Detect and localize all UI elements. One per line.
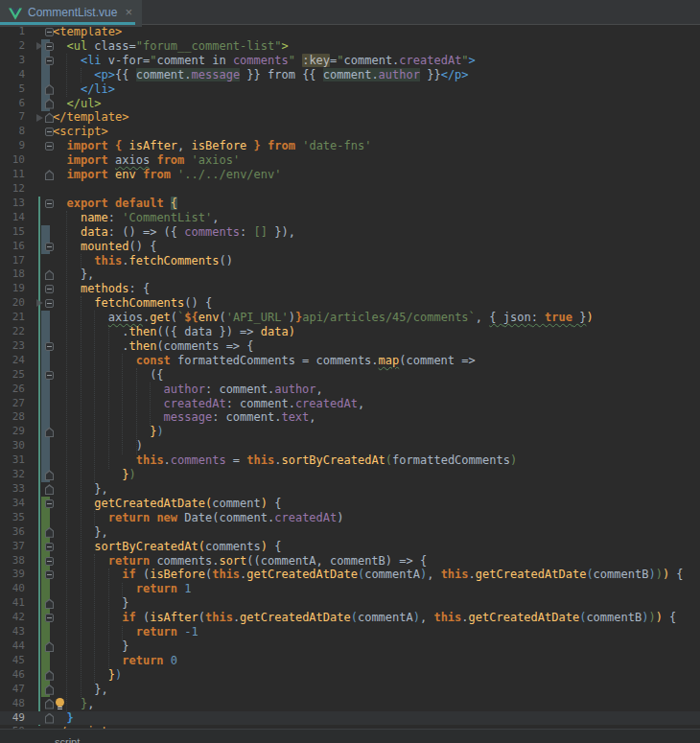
code-line[interactable]: 41 } [0, 596, 700, 611]
line-number[interactable]: 49 [0, 711, 25, 726]
line-number[interactable]: 41 [0, 596, 25, 611]
code-line[interactable]: 43 return -1 [0, 625, 700, 639]
fold-zone[interactable] [25, 525, 53, 540]
fold-zone[interactable] [25, 468, 53, 482]
line-number[interactable]: 1 [0, 25, 25, 39]
fold-collapse-icon[interactable] [45, 570, 54, 579]
line-number[interactable]: 42 [0, 611, 25, 625]
code-line[interactable]: 28 message: comment.text, [0, 410, 700, 425]
fold-zone[interactable] [25, 711, 53, 726]
line-number[interactable]: 47 [0, 683, 25, 697]
fold-end-icon[interactable] [45, 484, 54, 495]
code-line[interactable]: 8<script> [0, 125, 700, 139]
code-line[interactable]: 20 fetchComments() { [0, 296, 700, 311]
code-line[interactable]: 23 .then(comments => { [0, 339, 700, 354]
code-line[interactable]: 33 }, [0, 482, 700, 497]
fold-end-icon[interactable] [45, 170, 54, 180]
fold-zone[interactable] [25, 683, 53, 697]
line-number[interactable]: 30 [0, 439, 25, 453]
breadcrumb-script[interactable]: script [55, 736, 80, 743]
fold-zone[interactable] [25, 554, 53, 569]
line-number[interactable]: 37 [0, 540, 25, 554]
line-number[interactable]: 13 [0, 197, 25, 211]
fold-zone[interactable] [25, 596, 53, 611]
code-line[interactable]: 1<template> [0, 25, 700, 39]
line-number[interactable]: 32 [0, 468, 25, 482]
line-number[interactable]: 25 [0, 368, 25, 383]
line-number[interactable]: 18 [0, 267, 25, 282]
code-line[interactable]: 25 ({ [0, 368, 700, 383]
fold-end-icon[interactable] [45, 269, 54, 280]
tab-close-icon[interactable]: × [125, 8, 132, 17]
code-line[interactable]: 22 .then(({ data }) => data) [0, 325, 700, 339]
fold-zone[interactable] [25, 39, 53, 54]
fold-collapse-icon[interactable] [45, 199, 54, 208]
code-line[interactable]: 49 } [0, 711, 700, 726]
intention-bulb-icon[interactable] [56, 698, 65, 709]
code-line[interactable]: 36 }, [0, 525, 700, 540]
fold-zone[interactable] [25, 82, 53, 97]
fold-collapse-icon[interactable] [45, 42, 54, 51]
code-line[interactable]: 39 if (isBefore(this.getCreatedAtDate(co… [0, 568, 700, 582]
line-number[interactable]: 45 [0, 654, 25, 668]
fold-zone[interactable] [25, 240, 53, 254]
line-number[interactable]: 26 [0, 383, 25, 397]
line-number[interactable]: 3 [0, 54, 25, 68]
code-line[interactable]: 29 }) [0, 425, 700, 439]
fold-collapse-icon[interactable] [45, 342, 54, 351]
line-number[interactable]: 27 [0, 397, 25, 411]
code-line[interactable]: 3 <li v-for="comment in comments" :key="… [0, 54, 700, 68]
line-number[interactable]: 48 [0, 697, 25, 711]
fold-end-icon[interactable] [45, 685, 54, 695]
fold-collapse-icon[interactable] [45, 285, 54, 293]
code-line[interactable]: 16 mounted() { [0, 240, 700, 254]
code-line[interactable]: 21 axios.get(`${env('API_URL')}api/artic… [0, 311, 700, 325]
line-number[interactable]: 20 [0, 296, 25, 311]
fold-collapse-icon[interactable] [45, 243, 54, 251]
line-number[interactable]: 36 [0, 525, 25, 540]
code-line[interactable]: 9 import { isAfter, isBefore } from 'dat… [0, 139, 700, 153]
code-line[interactable]: 2 <ul class="forum__comment-list"> [0, 39, 700, 54]
fold-end-icon[interactable] [45, 99, 54, 109]
fold-collapse-icon[interactable] [45, 614, 54, 622]
fold-zone[interactable] [25, 267, 53, 282]
line-number[interactable]: 34 [0, 497, 25, 511]
code-line[interactable]: 11 import env from '../../env/env' [0, 168, 700, 182]
line-number[interactable]: 17 [0, 254, 25, 268]
fold-end-icon[interactable] [45, 641, 54, 652]
fold-zone[interactable] [25, 568, 53, 582]
line-number[interactable]: 23 [0, 339, 25, 354]
line-number[interactable]: 16 [0, 240, 25, 254]
code-line[interactable]: 7</template> [0, 110, 700, 125]
fold-zone[interactable] [25, 25, 53, 39]
line-number[interactable]: 15 [0, 225, 25, 240]
fold-end-icon[interactable] [45, 470, 54, 480]
line-number[interactable]: 19 [0, 282, 25, 296]
code-editor[interactable]: 1<template>2 <ul class="forum__comment-l… [0, 25, 700, 743]
line-number[interactable]: 29 [0, 425, 25, 439]
code-line[interactable]: 30 ) [0, 439, 700, 453]
line-number[interactable]: 40 [0, 582, 25, 596]
code-line[interactable]: 27 createdAt: comment.createdAt, [0, 397, 700, 411]
fold-collapse-icon[interactable] [45, 57, 54, 65]
line-number[interactable]: 31 [0, 453, 25, 468]
fold-collapse-icon[interactable] [45, 371, 54, 380]
code-line[interactable]: 34 getCreatedAtDate(comment) { [0, 497, 700, 511]
code-line[interactable]: 35 return new Date(comment.createdAt) [0, 511, 700, 525]
fold-collapse-icon[interactable] [45, 557, 54, 566]
line-number[interactable]: 35 [0, 511, 25, 525]
line-number[interactable]: 39 [0, 568, 25, 582]
code-line[interactable]: 42 if (isAfter(this.getCreatedAtDate(com… [0, 611, 700, 625]
fold-collapse-icon[interactable] [45, 499, 54, 508]
fold-zone[interactable] [25, 368, 53, 383]
line-number[interactable]: 33 [0, 482, 25, 497]
fold-zone[interactable] [25, 168, 53, 182]
code-line[interactable]: 13 export default { [0, 197, 700, 211]
fold-zone[interactable] [25, 482, 53, 497]
code-line[interactable]: 4 <p>{{ comment.message }} from {{ comme… [0, 68, 700, 82]
code-line[interactable]: 12 [0, 182, 700, 197]
fold-zone[interactable] [25, 497, 53, 511]
fold-zone[interactable] [25, 425, 53, 439]
fold-zone[interactable] [25, 110, 53, 125]
fold-end-icon[interactable] [45, 527, 54, 538]
